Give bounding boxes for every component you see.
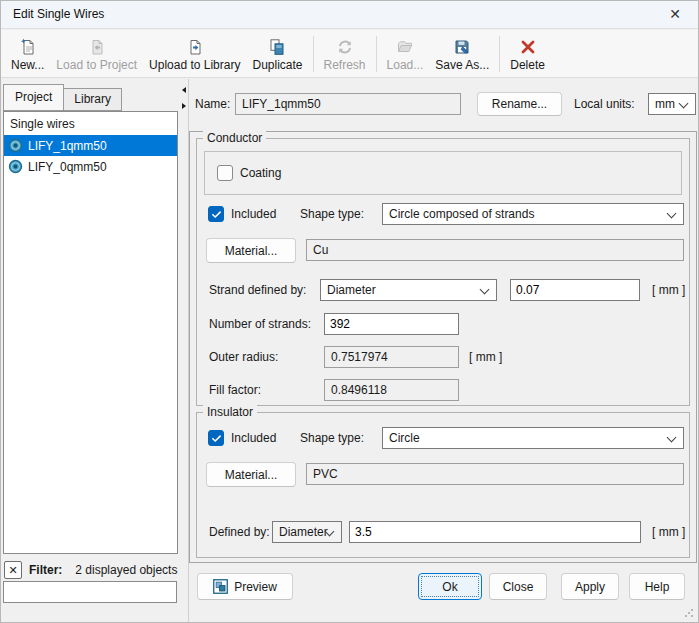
coating-frame: Coating — [204, 151, 682, 195]
list-item-label: LIFY_0qmm50 — [28, 160, 107, 174]
name-field: LIFY_1qmm50 — [235, 93, 461, 115]
toolbar-label: Save As... — [435, 58, 489, 72]
list-item-label: LIFY_1qmm50 — [28, 139, 107, 153]
refresh-icon — [336, 38, 354, 56]
toolbar-label: Delete — [510, 58, 545, 72]
chevron-down-icon — [480, 285, 490, 295]
filter-row: ✕ Filter: 2 displayed objects — [4, 561, 178, 579]
strand-unit-label: [ mm ] — [652, 279, 685, 301]
load-icon — [396, 38, 414, 56]
toolbar-label: Upload to Library — [149, 58, 240, 72]
insulator-included-checkbox[interactable]: Included — [208, 427, 276, 449]
toolbar-separator — [499, 36, 500, 72]
filter-label: Filter: — [29, 563, 62, 577]
toolbar-label: New... — [11, 58, 44, 72]
toolbar-label: Load... — [387, 58, 424, 72]
checkbox-checked-icon — [208, 206, 224, 222]
save-as-button[interactable]: Save As... — [429, 33, 495, 75]
local-units-label: Local units: — [574, 93, 635, 115]
conductor-material-field: Cu — [306, 239, 684, 261]
list-item[interactable]: LIFY_1qmm50 — [4, 135, 177, 156]
toolbar-label: Load to Project — [56, 58, 137, 72]
rename-button[interactable]: Rename... — [477, 92, 562, 116]
insulator-unit-label: [ mm ] — [652, 521, 685, 543]
tab-library[interactable]: Library — [64, 88, 122, 111]
save-as-icon — [453, 38, 471, 56]
insulator-shape-type-select[interactable]: Circle — [382, 427, 684, 449]
conductor-material-button[interactable]: Material... — [206, 238, 296, 263]
chevron-down-icon — [667, 433, 677, 443]
edit-single-wires-dialog: Edit Single Wires ✕ New... Load to Proje… — [0, 0, 699, 623]
fill-factor-field: 0.8496118 — [324, 379, 459, 401]
filter-input[interactable] — [3, 581, 177, 603]
duplicate-button[interactable]: Duplicate — [246, 33, 308, 75]
checkbox-checked-icon — [208, 430, 224, 446]
properties-frame: Conductor Coating Included Shape type: C… — [189, 131, 697, 563]
chevron-down-icon — [679, 99, 689, 109]
preview-icon — [213, 579, 228, 594]
defined-by-label: Defined by: — [209, 521, 270, 543]
number-of-strands-label: Number of strands: — [209, 313, 311, 335]
close-button[interactable]: Close — [489, 573, 547, 600]
conductor-shape-type-select[interactable]: Circle composed of strands — [382, 203, 684, 225]
load-button[interactable]: Load... — [381, 33, 430, 75]
name-label: Name: — [195, 93, 230, 115]
close-icon[interactable]: ✕ — [652, 1, 698, 28]
strand-diameter-input[interactable] — [510, 279, 640, 301]
insulator-diameter-input[interactable] — [349, 521, 641, 543]
clear-filter-icon[interactable]: ✕ — [4, 561, 22, 579]
tree-root-single-wires[interactable]: Single wires — [4, 112, 177, 135]
filter-count: 2 displayed objects — [75, 563, 177, 577]
collapse-right-icon[interactable] — [182, 103, 186, 109]
refresh-button[interactable]: Refresh — [318, 33, 372, 75]
editor-pane: Name: LIFY_1qmm50 Rename... Local units:… — [189, 79, 699, 623]
toolbar-separator — [313, 36, 314, 72]
local-units-value: mm — [655, 97, 675, 111]
toolbar-separator — [376, 36, 377, 72]
strand-defined-by-select[interactable]: Diameter — [320, 279, 497, 301]
dialog-footer: Preview Ok Close Apply Help — [189, 573, 699, 601]
defined-by-value: Diameter — [279, 525, 328, 539]
upload-to-library-button[interactable]: Upload to Library — [143, 33, 246, 75]
conductor-shape-type-label: Shape type: — [300, 203, 364, 225]
strand-defined-by-label: Strand defined by: — [209, 279, 306, 301]
outer-radius-label: Outer radius: — [209, 346, 278, 368]
conductor-shape-type-value: Circle composed of strands — [389, 207, 534, 221]
fill-factor-label: Fill factor: — [209, 379, 261, 401]
insulator-shape-type-label: Shape type: — [300, 427, 364, 449]
preview-button[interactable]: Preview — [197, 573, 293, 600]
sidebar-tabs: Project Library — [3, 84, 122, 111]
conductor-included-label: Included — [231, 207, 276, 221]
tab-project[interactable]: Project — [3, 84, 64, 111]
conductor-group: Conductor Coating Included Shape type: C… — [196, 138, 690, 406]
outer-radius-unit-label: [ mm ] — [469, 346, 502, 368]
coating-label: Coating — [240, 166, 281, 180]
window-title: Edit Single Wires — [13, 1, 104, 28]
delete-icon — [519, 38, 537, 56]
insulator-group-label: Insulator — [203, 405, 257, 419]
coating-checkbox[interactable]: Coating — [217, 162, 281, 184]
local-units-select[interactable]: mm — [648, 93, 696, 115]
panel-splitter[interactable] — [180, 79, 189, 623]
help-button[interactable]: Help — [629, 573, 685, 600]
delete-button[interactable]: Delete — [504, 33, 551, 75]
load-to-project-button[interactable]: Load to Project — [50, 33, 143, 75]
resize-grip[interactable] — [684, 608, 693, 617]
conductor-group-label: Conductor — [203, 131, 266, 145]
duplicate-icon — [268, 38, 286, 56]
collapse-left-icon[interactable] — [182, 87, 186, 93]
insulator-material-button[interactable]: Material... — [206, 462, 296, 487]
apply-button[interactable]: Apply — [561, 573, 619, 600]
wire-cross-section-icon — [8, 138, 23, 153]
toolbar: New... Load to Project Upload to Library… — [1, 30, 698, 78]
insulator-shape-type-value: Circle — [389, 431, 420, 445]
number-of-strands-input[interactable] — [324, 313, 459, 335]
conductor-included-checkbox[interactable]: Included — [208, 203, 276, 225]
new-button[interactable]: New... — [5, 33, 50, 75]
strand-defined-by-value: Diameter — [327, 283, 376, 297]
ok-button[interactable]: Ok — [418, 573, 482, 600]
defined-by-select[interactable]: Diameter — [272, 521, 342, 543]
list-item[interactable]: LIFY_0qmm50 — [4, 156, 177, 177]
wire-cross-section-icon — [8, 159, 23, 174]
checkbox-unchecked-icon — [217, 165, 233, 181]
